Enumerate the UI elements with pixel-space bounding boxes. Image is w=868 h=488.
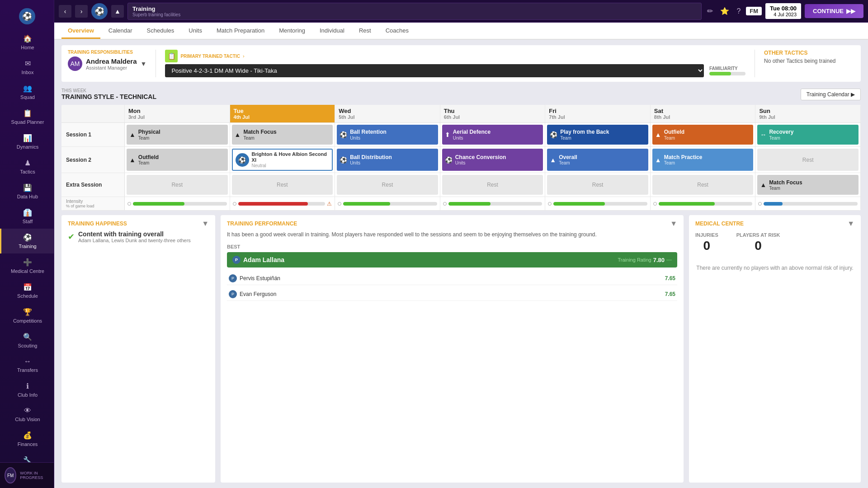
int-dot-sun [758, 202, 762, 206]
club-info-icon: ℹ [26, 382, 29, 390]
session-text-3: Ball Retention Units [350, 129, 387, 140]
nav-up-button[interactable]: ▲ [111, 5, 124, 18]
tab-overview[interactable]: Overview [61, 23, 100, 39]
happiness-header: TRAINING HAPPINESS ▼ [68, 220, 209, 228]
extra-rest-mon[interactable]: Rest [127, 175, 228, 195]
extra-match-focus-sun[interactable]: ▲ Match Focus Team [757, 175, 859, 195]
session-match-bha[interactable]: ⚽ Brighton & Hove Albion Second XI Neutr… [232, 149, 333, 171]
back-button[interactable]: ‹ [59, 5, 71, 18]
performance-title[interactable]: TRAINING PERFORMANCE [227, 221, 297, 227]
sidebar-item-staff[interactable]: 👔 Staff [0, 204, 54, 229]
sidebar-item-scouting[interactable]: 🔍 Scouting [0, 328, 54, 353]
sidebar-item-training[interactable]: ⚽ Training [0, 229, 54, 253]
session-rest-sun2[interactable]: Rest [757, 149, 859, 171]
training-calendar-button[interactable]: Training Calendar ▶ [801, 89, 861, 100]
sidebar-label-data-hub: Data Hub [17, 194, 38, 199]
other-player-1[interactable]: P Pervis Estupiñán 7.65 [227, 272, 677, 285]
s1-sat: ▲ Outfield Team [651, 123, 756, 146]
other-tactics-label[interactable]: OTHER TACTICS [764, 50, 854, 56]
medical-collapse[interactable]: ▼ [847, 220, 854, 228]
int-dot-thu [443, 202, 447, 206]
edit-icon[interactable]: ✏ [705, 5, 715, 17]
sun-date: 9th Jul [759, 114, 857, 120]
manager-dropdown[interactable]: ▼ [141, 60, 147, 67]
session-chance-conversion[interactable]: ⚽ Chance Conversion Units [442, 149, 543, 171]
tactic-dropdown[interactable]: Positive 4-2-3-1 DM AM Wide - Tiki-Taka [165, 64, 704, 77]
sidebar-item-club-info[interactable]: ℹ Club Info [0, 377, 54, 402]
sidebar-item-medical[interactable]: ➕ Medical Centre [0, 253, 54, 278]
sidebar-item-dynamics[interactable]: 📊 Dynamics [0, 129, 54, 154]
training-icon: ⚽ [23, 233, 32, 242]
session-ball-retention[interactable]: ⚽ Ball Retention Units [337, 125, 438, 145]
tactic-arrow[interactable]: › [243, 53, 245, 59]
sidebar-item-competitions[interactable]: 🏆 Competitions [0, 303, 54, 328]
help-icon[interactable]: ? [735, 5, 742, 17]
mon-day: Mon [128, 108, 226, 114]
s2-sun: Rest [755, 147, 861, 173]
tab-calendar[interactable]: Calendar [102, 23, 139, 39]
forward-button[interactable]: › [75, 5, 88, 18]
extra-rest-tue[interactable]: Rest [232, 175, 333, 195]
sidebar-label-tactics: Tactics [20, 169, 35, 174]
extra-rest-fri[interactable]: Rest [547, 175, 648, 195]
session-recovery[interactable]: ↔ Recovery Team [757, 125, 859, 145]
other-player-2[interactable]: P Evan Ferguson 7.65 [227, 288, 677, 301]
s1-mon: ▲ Physical Team [125, 123, 230, 146]
performance-panel: TRAINING PERFORMANCE ▼ It has been a goo… [221, 215, 684, 483]
session-overall[interactable]: ▲ Overall Team [547, 149, 648, 171]
s2-text-1: Outfield Team [138, 154, 159, 165]
tab-coaches[interactable]: Coaches [379, 23, 415, 39]
sidebar-item-tactics[interactable]: ♟ Tactics [0, 154, 54, 179]
session-aerial-defence[interactable]: ⬆ Aerial Defence Units [442, 125, 543, 145]
sidebar-item-squad-planner[interactable]: 📋 Squad Planner [0, 104, 54, 129]
sidebar-item-finances[interactable]: 💰 Finances [0, 427, 54, 451]
manager-info: AM Andrea Maldera Assistant Manager ▼ [68, 56, 146, 71]
happiness-title[interactable]: TRAINING HAPPINESS [68, 221, 127, 227]
continue-button[interactable]: CONTINUE ▶▶ [805, 4, 863, 18]
club-badge-icon: ⚽ [19, 8, 35, 24]
sidebar-item-home[interactable]: 🏠 Home [0, 30, 54, 55]
tab-rest[interactable]: Rest [353, 23, 377, 39]
int-sun [755, 197, 861, 210]
session-ball-distribution[interactable]: ⚽ Ball Distribution Units [337, 149, 438, 171]
extra-rest-wed[interactable]: Rest [337, 175, 438, 195]
session-match-focus-team[interactable]: ▲ Match Focus Team [232, 125, 333, 145]
home-icon: 🏠 [23, 34, 32, 43]
tab-mentoring[interactable]: Mentoring [273, 23, 311, 39]
session-outfield-team[interactable]: ▲ Outfield Team [652, 125, 754, 145]
continue-label: CONTINUE [813, 8, 844, 14]
session-match-practice[interactable]: ▲ Match Practice Team [652, 149, 754, 171]
tab-schedules[interactable]: Schedules [141, 23, 181, 39]
extra-rest-thu[interactable]: Rest [442, 175, 543, 195]
sidebar-item-inbox[interactable]: ✉ Inbox [0, 55, 54, 80]
int-bar-fri [553, 202, 647, 206]
sidebar-label-club-vision: Club Vision [15, 417, 40, 422]
best-player-card[interactable]: P Adam Lallana Training Rating 7.80 — [227, 252, 677, 267]
medical-title[interactable]: MEDICAL CENTRE [695, 221, 744, 227]
sidebar-item-club-vision[interactable]: 👁 Club Vision [0, 402, 54, 427]
sidebar-item-data-hub[interactable]: 💾 Data Hub [0, 179, 54, 204]
tactic-label-row: 📋 PRIMARY TRAINED TACTIC › [165, 50, 745, 62]
happiness-collapse[interactable]: ▼ [202, 220, 209, 228]
int-dot-fri [548, 202, 552, 206]
sidebar-item-schedule[interactable]: 📅 Schedule [0, 278, 54, 303]
other-tactics-section: OTHER TACTICS No other Tactics being tra… [764, 50, 854, 77]
session-play-from-back[interactable]: ⚽ Play from the Back Team [547, 125, 648, 145]
performance-collapse[interactable]: ▼ [670, 220, 677, 228]
ball-retention-icon: ⚽ [340, 131, 347, 138]
player2-rating: 7.65 [665, 291, 675, 297]
sidebar-item-transfers[interactable]: ↔ Transfers [0, 353, 54, 377]
tab-match-prep[interactable]: Match Preparation [210, 23, 271, 39]
this-week-label: THIS WEEK [61, 88, 156, 93]
sidebar-item-squad[interactable]: 👥 Squad [0, 80, 54, 104]
sidebar-label-staff: Staff [23, 219, 33, 224]
star-icon[interactable]: ⭐ [718, 5, 731, 17]
sidebar-label-inbox: Inbox [22, 70, 34, 75]
extra-rest-sat[interactable]: Rest [652, 175, 754, 195]
tab-units[interactable]: Units [182, 23, 208, 39]
header-mon: Mon 3rd Jul [125, 105, 230, 122]
session-outfield-mon[interactable]: ▲ Outfield Team [127, 149, 228, 171]
tab-individual[interactable]: Individual [313, 23, 351, 39]
session-physical-team[interactable]: ▲ Physical Team [127, 125, 228, 145]
topbar-icons: ✏ ⭐ ? FM [705, 5, 762, 17]
